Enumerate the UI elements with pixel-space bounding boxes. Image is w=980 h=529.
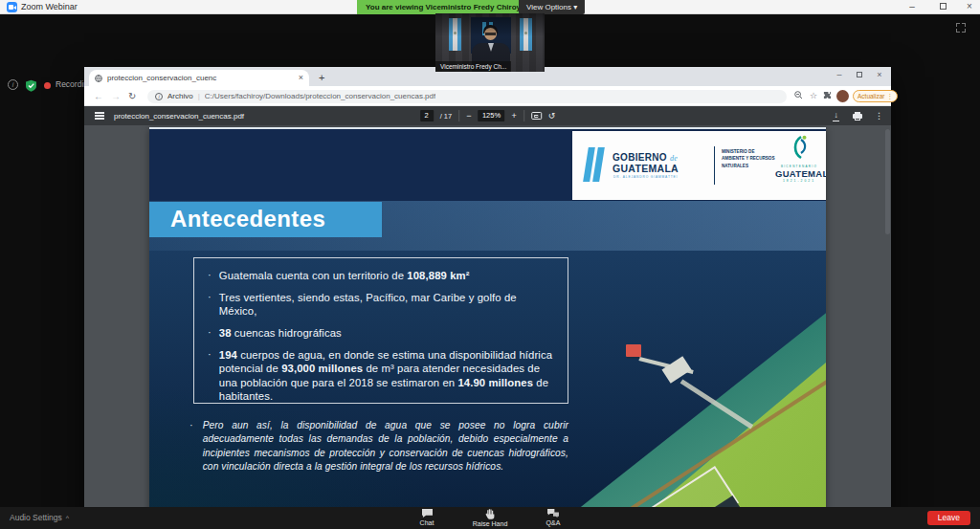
gobierno-logo-bars-icon bbox=[583, 147, 605, 182]
bullet-item: ·Guatemala cuenta con un territorio de 1… bbox=[208, 269, 554, 282]
recording-dot-icon bbox=[44, 82, 51, 89]
fit-page-icon[interactable] bbox=[531, 112, 542, 120]
pier-red-roof bbox=[626, 344, 641, 357]
pdf-filename: proteccion_conservacion_cuencas.pdf bbox=[114, 112, 244, 121]
raise-hand-button[interactable]: Raise Hand bbox=[469, 508, 511, 527]
omnibox[interactable]: i Archivo | C:/Users/fachiroy/Downloads/… bbox=[147, 90, 787, 103]
bicentenario-swirl-icon bbox=[789, 135, 810, 160]
address-bar: ← → ↻ i Archivo | C:/Users/fachiroy/Down… bbox=[84, 86, 891, 106]
fullscreen-icon[interactable] bbox=[956, 23, 966, 33]
page-number-input[interactable]: 2 bbox=[420, 110, 434, 121]
page-info-icon[interactable]: i bbox=[155, 93, 163, 100]
profile-avatar[interactable] bbox=[836, 90, 849, 102]
meeting-info-icon[interactable]: i bbox=[8, 79, 18, 90]
chevron-up-icon: ^ bbox=[66, 515, 69, 521]
minimize-icon[interactable]: – bbox=[903, 0, 921, 14]
update-chrome-button[interactable]: Actualizar⋮ bbox=[853, 90, 898, 102]
raise-hand-icon bbox=[484, 508, 496, 519]
print-icon[interactable] bbox=[853, 112, 862, 121]
browser-maximize-icon[interactable] bbox=[852, 68, 867, 82]
audio-settings-button[interactable]: Audio Settings^ bbox=[10, 507, 69, 529]
zoom-app-icon bbox=[7, 2, 17, 12]
bullet-item: ·Tres vertientes, siendo estas, Pacífico… bbox=[208, 291, 554, 319]
zoom-title-bar: Zoom Webinar You are viewing Viceministr… bbox=[0, 0, 980, 14]
browser-minimize-icon[interactable]: – bbox=[832, 68, 847, 82]
pdf-scrollbar[interactable] bbox=[885, 129, 890, 234]
zoom-out-icon[interactable]: − bbox=[466, 110, 471, 121]
slide-title: Antecedentes bbox=[149, 202, 382, 237]
zoom-webinar-window: Zoom Webinar You are viewing Viceministr… bbox=[0, 0, 980, 529]
pdf-viewer-area[interactable]: GOBIERNO de GUATEMALA DR. ALEJANDRO GIAM… bbox=[84, 125, 891, 529]
tab-close-icon[interactable]: × bbox=[299, 74, 303, 82]
qa-button[interactable]: Q&A bbox=[532, 508, 574, 527]
new-tab-icon[interactable]: + bbox=[319, 71, 324, 84]
bicentenario-logo: BICENTENARIO GUATEMALA 1821-2021 bbox=[775, 135, 823, 183]
bullet-item: ·38 cuencas hidrográficas bbox=[208, 326, 554, 340]
reload-icon[interactable]: ↻ bbox=[128, 89, 136, 103]
slide-bullet-box: ·Guatemala cuenta con un territorio de 1… bbox=[193, 257, 568, 404]
participant-name-label: Viceministro Fredy Ch... bbox=[435, 61, 511, 72]
bicentenario-country: GUATEMALA bbox=[775, 168, 823, 179]
zoom-in-icon[interactable]: + bbox=[511, 110, 516, 121]
download-icon[interactable]: ↓ bbox=[832, 111, 840, 121]
zoom-percent-value[interactable]: 125% bbox=[478, 110, 504, 121]
extensions-icon[interactable] bbox=[823, 91, 832, 102]
url-text: C:/Users/fachiroy/Downloads/proteccion_c… bbox=[205, 92, 435, 100]
bookmark-star-icon[interactable]: ☆ bbox=[810, 91, 817, 101]
bullet-item: ·194 cuerpos de agua, en donde se estima… bbox=[208, 348, 554, 403]
maximize-icon[interactable] bbox=[934, 0, 951, 14]
origin-chip: Archivo bbox=[167, 92, 193, 100]
pdf-page-slide: GOBIERNO de GUATEMALA DR. ALEJANDRO GIAM… bbox=[149, 127, 826, 529]
chrome-browser-window: proteccion_conservacion_cuenc × + – × ← … bbox=[84, 67, 891, 529]
qa-icon bbox=[546, 508, 560, 518]
chat-icon bbox=[421, 508, 434, 518]
participant-video-thumbnail[interactable]: Viceministro Fredy Ch... bbox=[435, 13, 545, 72]
pdf-toolbar: proteccion_conservacion_cuencas.pdf 2 / … bbox=[84, 106, 891, 125]
zoom-control-bar: Audio Settings^ Chat Raise Hand Q&A bbox=[0, 507, 980, 529]
slide-logo-panel: GOBIERNO de GUATEMALA DR. ALEJANDRO GIAM… bbox=[572, 131, 826, 200]
browser-close-icon[interactable]: × bbox=[872, 68, 887, 82]
back-icon[interactable]: ← bbox=[94, 89, 103, 103]
gobierno-line1: GOBIERNO bbox=[612, 152, 667, 163]
view-options-button[interactable]: View Options ▾ bbox=[519, 0, 585, 14]
pdf-menu-icon[interactable] bbox=[95, 111, 104, 121]
window-title: Zoom Webinar bbox=[21, 0, 78, 14]
page-total: / 17 bbox=[440, 112, 453, 121]
gobierno-de: de bbox=[670, 154, 678, 163]
gobierno-line2: GUATEMALA bbox=[612, 163, 679, 174]
close-icon[interactable]: × bbox=[961, 0, 978, 14]
forward-icon[interactable]: → bbox=[111, 89, 121, 103]
rotate-icon[interactable]: ↺ bbox=[548, 110, 556, 121]
gobierno-tagline: DR. ALEJANDRO GIAMMATTEI bbox=[613, 175, 678, 179]
slide-note: · Pero aun así, la disponibilidad de agu… bbox=[189, 419, 568, 474]
leave-button[interactable]: Leave bbox=[927, 511, 970, 525]
browser-tab[interactable]: proteccion_conservacion_cuenc × bbox=[89, 70, 309, 86]
ministerio-label: MINISTERIO DE AMBIENTE Y RECURSOS NATURA… bbox=[722, 148, 775, 169]
tab-favicon-icon bbox=[95, 75, 102, 82]
encryption-shield-icon bbox=[25, 78, 37, 96]
more-options-icon[interactable]: ⋮ bbox=[875, 110, 883, 121]
zoom-level-icon[interactable] bbox=[794, 91, 803, 102]
chat-button[interactable]: Chat bbox=[406, 508, 448, 527]
bicentenario-years: 1821-2021 bbox=[775, 179, 823, 183]
update-menu-dots-icon: ⋮ bbox=[887, 91, 894, 102]
slide-note-text: Pero aun así, la disponibilidad de agua … bbox=[203, 419, 568, 474]
tab-title: proteccion_conservacion_cuenc bbox=[107, 74, 294, 82]
